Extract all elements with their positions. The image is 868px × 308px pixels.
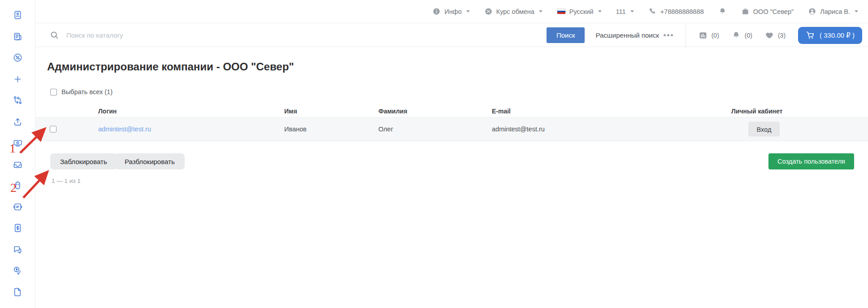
notifications-bell[interactable]	[718, 7, 727, 16]
column-header-email: E-mail	[492, 108, 511, 115]
column-header-login: Логин	[98, 108, 117, 115]
sidebar-item-profile[interactable]	[7, 4, 28, 26]
inbox-tray-icon	[13, 159, 23, 169]
sidebar-item-transfers[interactable]	[7, 260, 28, 282]
column-header-account: Личный кабинет	[731, 108, 782, 115]
user-first-name: Иванов	[284, 126, 307, 133]
chat-bubbles-icon	[13, 244, 23, 255]
news-document-icon	[13, 31, 23, 42]
language-menu[interactable]: Русский	[557, 8, 602, 15]
sidebar-item-reports[interactable]	[7, 196, 28, 218]
percent-icon	[484, 7, 493, 16]
bell-icon	[718, 7, 727, 16]
user-avatar-icon	[808, 7, 816, 16]
column-header-last-name: Фамилия	[378, 108, 407, 115]
currency-transfer-icon	[13, 265, 23, 276]
phone-icon	[648, 7, 657, 16]
table-row: admintest@test.ru Иванов Олег admintest@…	[35, 117, 868, 141]
invoice-dollar-icon	[13, 223, 23, 233]
chevron-down-icon	[598, 10, 602, 13]
phone-label: +78888888888	[660, 8, 704, 15]
select-all-control: Выбрать всех (1)	[50, 88, 113, 95]
search-bar: Поиск Расширенный поиск (0) (0) (3) ( 33…	[35, 24, 868, 47]
discount-percent-icon	[13, 52, 23, 63]
main-content: Администрирование компании - ООО "Север"…	[35, 47, 868, 308]
compare-chart-icon	[699, 31, 707, 40]
favorites-counter[interactable]: (3)	[765, 31, 786, 40]
advanced-search-label: Расширенный поиск	[595, 31, 659, 39]
sidebar-item-exchange[interactable]	[7, 90, 28, 111]
info-label: Инфо	[444, 8, 461, 15]
select-all-label: Выбрать всех (1)	[61, 88, 113, 95]
select-all-checkbox[interactable]	[50, 89, 57, 95]
notifications-count: (0)	[745, 32, 752, 39]
chevron-down-icon	[855, 10, 858, 13]
column-header-first-name: Имя	[284, 108, 297, 115]
ellipsis-icon	[664, 34, 673, 36]
info-menu[interactable]: Инфо	[432, 7, 469, 16]
sidebar-item-discounts[interactable]	[7, 47, 28, 69]
info-icon	[432, 7, 441, 16]
sidebar-item-money[interactable]	[7, 132, 28, 154]
profile-badge-icon	[13, 10, 23, 20]
language-label: Русский	[569, 8, 594, 15]
enter-account-button[interactable]: Вход	[748, 122, 780, 137]
divider	[686, 24, 686, 47]
compare-counter[interactable]: (0)	[699, 31, 719, 40]
sidebar-item-inbox[interactable]	[7, 154, 28, 175]
chevron-down-icon	[630, 10, 634, 13]
company-label: ООО "Север"	[753, 8, 794, 15]
pagination-summary: 1 — 1 из 1	[52, 178, 81, 184]
heart-icon	[765, 31, 774, 40]
sidebar-item-invoices[interactable]	[7, 217, 28, 239]
bell-icon	[732, 31, 741, 40]
favorites-count: (3)	[778, 32, 786, 39]
chevron-down-icon	[539, 10, 542, 13]
left-sidebar	[0, 0, 35, 308]
money-banknote-icon	[13, 138, 23, 148]
number-menu[interactable]: 111	[616, 8, 634, 15]
sidebar-item-chat[interactable]	[7, 239, 28, 260]
add-plus-icon	[13, 74, 23, 84]
chevron-down-icon	[466, 10, 470, 13]
create-user-button[interactable]: Создать пользователя	[768, 153, 854, 169]
exchange-swap-icon	[13, 95, 23, 105]
sidebar-item-news[interactable]	[7, 26, 28, 48]
advanced-search[interactable]: Расширенный поиск	[595, 31, 673, 39]
mouse-icon	[13, 180, 23, 191]
document-file-icon	[13, 287, 23, 297]
search-input[interactable]	[66, 31, 547, 39]
search-icon	[50, 30, 59, 40]
unblock-button[interactable]: Разблокировать	[115, 153, 185, 169]
sidebar-item-add[interactable]	[7, 69, 28, 90]
user-menu[interactable]: Лариса В.	[808, 7, 858, 16]
exchange-rate-menu[interactable]: Курс обмена	[484, 7, 542, 16]
sidebar-item-upload[interactable]	[7, 111, 28, 133]
page-title: Администрирование компании - ООО "Север"	[47, 61, 294, 73]
block-button[interactable]: Заблокировать	[50, 153, 117, 169]
briefcase-icon	[741, 7, 750, 16]
sidebar-item-documents[interactable]	[7, 282, 28, 303]
company-menu[interactable]: ООО "Север"	[741, 7, 794, 16]
user-label: Лариса В.	[820, 8, 850, 15]
user-login-link[interactable]: admintest@test.ru	[98, 126, 151, 133]
cart-icon	[806, 30, 815, 40]
exchange-rate-label: Курс обмена	[496, 8, 534, 15]
row-checkbox[interactable]	[50, 126, 56, 133]
cart-total: ( 330.00 ₽ )	[820, 31, 855, 39]
compare-count: (0)	[712, 32, 719, 39]
phone-contact[interactable]: +78888888888	[648, 7, 704, 16]
report-card-icon	[13, 202, 23, 212]
upload-icon	[13, 117, 23, 127]
cart-button[interactable]: ( 330.00 ₽ )	[798, 27, 862, 44]
russian-flag-icon	[557, 9, 566, 14]
user-email: admintest@test.ru	[492, 126, 545, 133]
top-bar: Инфо Курс обмена Русский 111 +7888888888…	[35, 0, 868, 23]
user-last-name: Олег	[378, 126, 393, 133]
notifications-counter[interactable]: (0)	[732, 31, 752, 40]
sidebar-item-mouse[interactable]	[7, 175, 28, 196]
number-label: 111	[616, 8, 626, 15]
search-button[interactable]: Поиск	[547, 27, 585, 43]
